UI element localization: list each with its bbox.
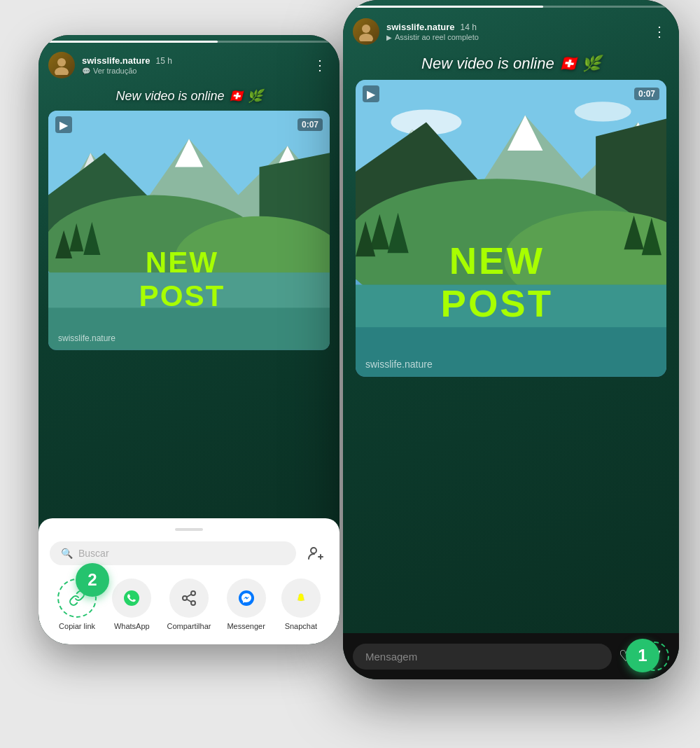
search-row: 🔍 Buscar <box>50 541 328 566</box>
whatsapp-label: WhatsApp <box>114 622 150 630</box>
phone-2: swisslife.nature 14 h ▶ Assistir ao reel… <box>343 0 679 679</box>
add-contact-button[interactable] <box>303 541 328 566</box>
story-header-1: swisslife.nature 15 h 💬 Ver tradução ⋮ <box>38 43 340 84</box>
progress-bar <box>46 41 332 43</box>
progress-bar-2 <box>350 6 672 8</box>
subtitle-1: 💬 Ver tradução <box>82 67 310 75</box>
svg-point-24 <box>239 590 254 606</box>
avatar-1 <box>48 52 75 78</box>
header-info-1: swisslife.nature 15 h 💬 Ver tradução <box>82 55 310 75</box>
scene: swisslife.nature 15 h 💬 Ver tradução ⋮ N… <box>0 0 700 748</box>
svg-text:NEW: NEW <box>146 246 218 279</box>
compartilhar-icon <box>169 579 209 618</box>
svg-point-0 <box>57 58 66 67</box>
compartilhar-label: Compartilhar <box>167 622 211 630</box>
avatar-2 <box>353 18 379 45</box>
header-info-2: swisslife.nature 14 h ▶ Assistir ao reel… <box>386 22 650 41</box>
svg-point-23 <box>191 601 195 605</box>
video-overlay-2: ▶ 0:07 <box>356 80 666 108</box>
video-overlay-1: ▶ 0:07 <box>48 111 330 139</box>
share-app-messenger[interactable]: Messenger <box>227 579 266 630</box>
phone-1: swisslife.nature 15 h 💬 Ver tradução ⋮ N… <box>38 35 340 644</box>
username-row-2: swisslife.nature 14 h <box>386 22 650 32</box>
snapchat-icon <box>281 579 321 618</box>
subtitle-2: ▶ Assistir ao reel completo <box>386 33 650 41</box>
messenger-label: Messenger <box>227 622 265 630</box>
username-2: swisslife.nature <box>386 22 455 32</box>
copy-link-label: Copiar link <box>59 622 95 630</box>
svg-text:POST: POST <box>441 282 553 325</box>
video-thumb-2[interactable]: NEW POST ▶ 0:07 swisslife.nature <box>356 80 666 377</box>
svg-text:NEW: NEW <box>449 240 545 282</box>
svg-point-20 <box>124 590 139 606</box>
watermark-1: swisslife.nature <box>58 333 115 343</box>
svg-point-19 <box>311 548 316 553</box>
video-duration-2: 0:07 <box>634 88 659 100</box>
username-1: swisslife.nature <box>82 55 150 66</box>
more-dots-2[interactable]: ⋮ <box>650 25 669 39</box>
story-header-2: swisslife.nature 14 h ▶ Assistir ao reel… <box>343 10 679 50</box>
svg-text:POST: POST <box>139 279 225 312</box>
message-input[interactable]: Mensagem <box>353 644 612 670</box>
badge-1: 1 <box>626 639 659 672</box>
phone-2-screen: swisslife.nature 14 h ▶ Assistir ao reel… <box>343 0 679 679</box>
play-icon-2: ▶ <box>363 85 379 102</box>
username-row-1: swisslife.nature 15 h <box>82 55 310 66</box>
svg-point-1 <box>55 67 69 75</box>
svg-point-22 <box>183 596 187 600</box>
svg-point-21 <box>191 591 195 595</box>
progress-fill <box>46 41 218 43</box>
watermark-2: swisslife.nature <box>365 359 433 370</box>
messenger-icon <box>227 579 266 618</box>
story-title-2: New video is online 🇨🇭 🌿 <box>343 55 679 73</box>
video-duration-1: 0:07 <box>298 118 323 131</box>
snapchat-label: Snapchat <box>285 622 317 630</box>
share-app-snapchat[interactable]: Snapchat <box>281 579 321 630</box>
share-app-whatsapp[interactable]: WhatsApp <box>112 579 151 630</box>
search-placeholder: Buscar <box>78 548 109 559</box>
time-ago-1: 15 h <box>156 56 172 66</box>
search-icon: 🔍 <box>61 548 73 559</box>
svg-point-26 <box>362 25 370 33</box>
search-bar[interactable]: 🔍 Buscar <box>50 541 296 565</box>
progress-fill-2 <box>350 6 543 8</box>
play-icon-1: ▶ <box>55 116 72 133</box>
time-ago-2: 14 h <box>461 22 477 32</box>
video-thumb-1[interactable]: NEW POST ▶ 0:07 swisslife.nature <box>48 111 330 350</box>
share-app-compartilhar[interactable]: Compartilhar <box>167 579 211 630</box>
whatsapp-icon <box>112 579 151 618</box>
story-title-1: New video is online 🇨🇭 🌿 <box>38 88 340 104</box>
sheet-handle <box>175 528 203 531</box>
badge-2: 2 <box>76 563 109 597</box>
svg-point-27 <box>359 34 373 41</box>
more-dots-1[interactable]: ⋮ <box>310 58 330 72</box>
